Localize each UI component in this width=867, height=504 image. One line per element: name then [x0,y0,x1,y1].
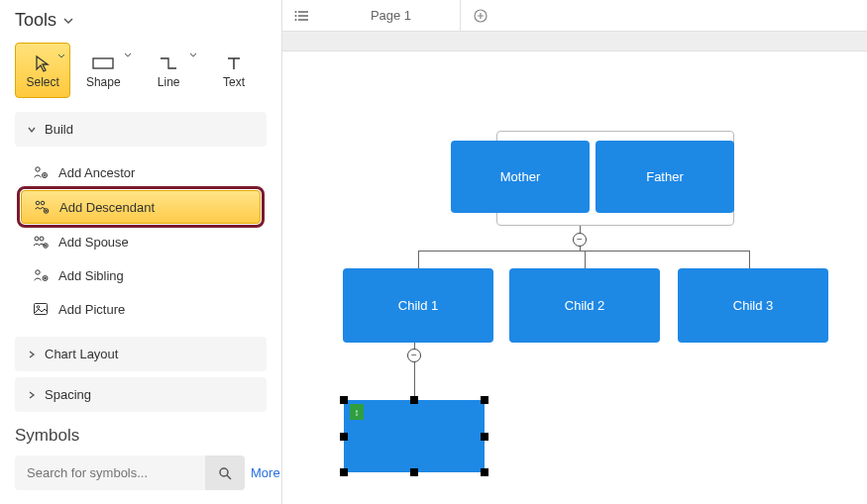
build-header[interactable]: Build [15,112,267,147]
resize-handle[interactable] [481,396,488,404]
svg-point-1 [36,167,40,171]
collapse-toggle[interactable]: − [407,349,421,362]
node-mother[interactable]: Mother [451,141,590,213]
build-panel: Build [15,112,267,147]
item-label: Add Spouse [58,235,129,250]
symbols-title: Symbols [15,426,267,446]
svg-point-7 [40,237,44,241]
plus-circle-icon [474,9,488,23]
tool-shape[interactable]: Shape [70,43,136,98]
node-label: Child 2 [565,298,604,313]
symbols-search-input[interactable] [15,455,205,490]
page-tab-label: Page 1 [371,8,411,23]
build-title: Build [45,122,73,137]
resize-handle[interactable] [340,468,348,476]
add-page-button[interactable] [461,9,500,23]
tool-text[interactable]: Text [201,43,267,98]
tool-select[interactable]: Select [15,43,70,98]
chevron-down-icon [189,49,197,62]
node-child-1[interactable]: Child 1 [343,268,493,343]
svg-rect-0 [93,58,113,68]
tool-label: Shape [86,75,121,89]
list-icon [294,8,310,24]
chevron-down-icon [57,50,65,63]
tool-label: Text [223,75,245,89]
outline-button[interactable] [282,8,322,24]
item-label: Add Descendant [59,200,155,215]
connector [749,251,750,268]
node-father[interactable]: Father [596,141,734,213]
build-add-picture[interactable]: Add Picture [21,293,261,325]
svg-point-15 [295,11,297,13]
item-label: Add Sibling [58,268,124,283]
text-icon [226,51,242,75]
tool-label: Line [158,75,180,89]
svg-point-6 [35,237,39,241]
chart-layout-panel: Chart Layout [15,337,267,371]
people-side-icon [33,267,49,283]
svg-point-4 [41,201,45,205]
chevron-down-icon [27,125,37,135]
svg-point-3 [36,201,40,205]
build-add-descendant[interactable]: Add Descendant [21,190,261,224]
main-area: Page 1 Mother Father − Child 1 Child 2 C… [282,0,867,504]
search-icon [218,466,232,480]
search-wrap [15,455,245,490]
people-ring-icon [33,234,49,250]
symbols-search-row: More [15,455,267,490]
resize-handle[interactable] [481,433,488,441]
symbols-search-button[interactable] [205,455,245,490]
build-add-sibling[interactable]: Add Sibling [21,259,261,291]
build-add-ancestor[interactable]: Add Ancestor [21,156,261,188]
node-child-2[interactable]: Child 2 [509,268,660,343]
resize-handle[interactable] [340,396,348,404]
node-label: Child 1 [398,298,438,313]
more-label: More [251,465,280,480]
panel-title: Spacing [45,387,91,402]
chevron-down-icon [62,15,74,27]
chart-layout-header[interactable]: Chart Layout [15,337,267,371]
build-items: Add Ancestor Add Descendant Add Spouse A… [15,152,267,329]
spacing-panel: Spacing [15,377,267,412]
rectangle-icon [92,51,114,75]
canvas-ruler-band [282,32,867,51]
cursor-icon [34,51,52,75]
symbols-more-link[interactable]: More [251,465,282,480]
node-child-3[interactable]: Child 3 [678,268,828,343]
connector [418,251,749,252]
people-up-icon [33,164,49,180]
build-add-spouse[interactable]: Add Spouse [21,226,261,257]
resize-handle[interactable] [481,468,488,476]
page-bar: Page 1 [282,0,867,32]
node-label: Child 3 [733,298,773,313]
chevron-right-icon [27,390,37,400]
panel-title: Chart Layout [45,347,118,361]
tool-label: Select [26,75,58,89]
tools-title: Tools [15,10,56,31]
people-down-icon [34,199,50,215]
collapse-toggle[interactable]: − [573,233,587,247]
tools-sidebar: Tools Select Shape Line [0,0,282,504]
tool-row: Select Shape Line Text [15,43,267,98]
tools-header[interactable]: Tools [15,10,267,31]
image-icon [33,301,49,317]
page-tab[interactable]: Page 1 [322,0,461,31]
node-new-descendant[interactable] [344,400,485,472]
connector [585,251,586,268]
svg-point-12 [37,306,40,309]
resize-handle[interactable] [410,468,418,476]
resize-handle[interactable] [340,433,348,441]
canvas[interactable]: Mother Father − Child 1 Child 2 Child 3 … [282,51,867,504]
resize-handle[interactable] [410,396,418,404]
item-label: Add Ancestor [58,165,135,180]
connector [418,251,419,268]
svg-point-9 [36,270,40,274]
tool-line[interactable]: Line [136,43,201,98]
svg-point-16 [295,15,297,17]
elbow-line-icon [159,51,178,75]
svg-point-17 [295,19,297,21]
chevron-right-icon [27,350,37,359]
node-label: Father [646,169,684,184]
resize-badge[interactable]: ↕ [350,404,364,420]
spacing-header[interactable]: Spacing [15,377,267,412]
